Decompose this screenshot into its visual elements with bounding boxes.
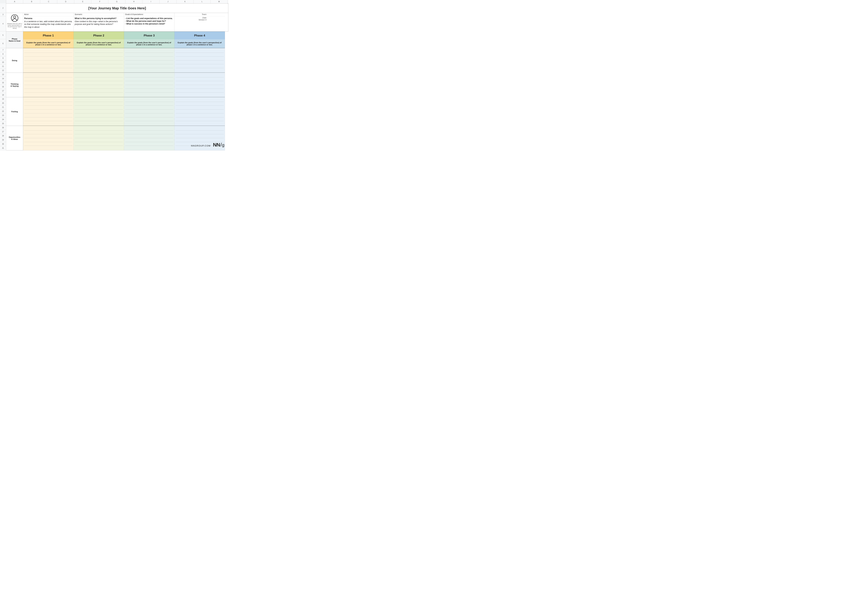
cell[interactable] (175, 85, 224, 89)
cell[interactable] (175, 93, 224, 97)
cell[interactable] (24, 142, 73, 146)
cell[interactable] (24, 117, 73, 121)
row-header[interactable]: 28 (0, 134, 6, 138)
row-header[interactable]: 22 (0, 109, 6, 113)
col-header[interactable]: B (23, 0, 40, 3)
row-header[interactable]: 15 (0, 81, 6, 85)
row-header[interactable]: 16 (0, 85, 6, 89)
cell[interactable] (24, 68, 73, 72)
cell[interactable] (125, 110, 173, 113)
cell[interactable] (175, 53, 224, 57)
row-header[interactable]: 6 (0, 39, 6, 48)
cell[interactable] (175, 102, 224, 106)
cell[interactable] (75, 110, 123, 113)
cell[interactable] (75, 142, 123, 146)
cell[interactable] (125, 117, 173, 121)
cell[interactable] (75, 134, 123, 138)
row-header[interactable]: 4 (0, 17, 6, 31)
cell[interactable] (125, 93, 173, 97)
cell[interactable] (75, 57, 123, 60)
cell[interactable] (75, 98, 123, 102)
cell[interactable] (24, 106, 73, 110)
cell[interactable] (75, 138, 123, 142)
cell[interactable] (24, 93, 73, 97)
cell[interactable] (175, 81, 224, 85)
cell[interactable] (75, 102, 123, 106)
cell[interactable] (175, 110, 224, 113)
cell[interactable] (125, 68, 173, 72)
cell[interactable] (75, 93, 123, 97)
phase-2-goal[interactable]: Explain the goals (from the user's persp… (74, 39, 124, 48)
row-header[interactable]: 12 (0, 68, 6, 72)
row-header[interactable]: 31 (0, 146, 6, 150)
col-header[interactable]: E (74, 0, 91, 3)
meta-cell[interactable]: Date: Version #: (174, 17, 208, 31)
cell[interactable] (175, 77, 224, 81)
col-header[interactable]: I (142, 0, 160, 3)
cell[interactable] (175, 49, 224, 53)
col-header[interactable]: A (6, 0, 23, 3)
cell[interactable] (175, 117, 224, 121)
cell[interactable] (175, 138, 224, 142)
cell[interactable] (24, 89, 73, 93)
cell[interactable] (125, 106, 173, 110)
row-header[interactable]: 27 (0, 130, 6, 134)
cell[interactable] (175, 121, 224, 125)
cell[interactable] (125, 127, 173, 130)
row-header[interactable]: 23 (0, 113, 6, 118)
cell[interactable] (24, 134, 73, 138)
row-header[interactable]: 20 (0, 101, 6, 105)
cell[interactable] (75, 49, 123, 53)
col-header[interactable]: K (177, 0, 193, 3)
cell[interactable] (175, 64, 224, 68)
cell[interactable] (175, 57, 224, 60)
cell[interactable] (75, 53, 123, 57)
cell[interactable] (24, 110, 73, 113)
cell[interactable] (75, 89, 123, 93)
row-header[interactable]: 26 (0, 126, 6, 130)
cell[interactable] (125, 85, 173, 89)
row-header[interactable]: 17 (0, 89, 6, 93)
cell[interactable] (24, 57, 73, 60)
cell[interactable] (75, 130, 123, 134)
row-header[interactable]: 24 (0, 118, 6, 122)
cell[interactable] (175, 98, 224, 102)
cell[interactable] (24, 60, 73, 64)
cell[interactable] (24, 64, 73, 68)
cell[interactable] (125, 113, 173, 117)
cell[interactable] (24, 81, 73, 85)
cell[interactable] (75, 121, 123, 125)
cell[interactable] (125, 102, 173, 106)
select-all-corner[interactable] (0, 0, 6, 3)
row-header[interactable]: 29 (0, 138, 6, 142)
cell[interactable] (24, 130, 73, 134)
cell[interactable] (125, 138, 173, 142)
cell[interactable] (24, 138, 73, 142)
row-header[interactable]: 2 (0, 3, 6, 13)
row-header[interactable]: 19 (0, 97, 6, 101)
cell[interactable] (125, 81, 173, 85)
cell[interactable] (125, 89, 173, 93)
cell[interactable] (125, 142, 173, 146)
cell[interactable] (125, 57, 173, 60)
goals-cell[interactable]: List the goals and expectations of this … (124, 17, 174, 31)
cell[interactable] (75, 60, 123, 64)
row-header[interactable]: 11 (0, 64, 6, 68)
scenario-cell[interactable]: What is this persona trying to accomplis… (74, 17, 124, 31)
row-header[interactable]: 9 (0, 56, 6, 60)
cell[interactable] (125, 53, 173, 57)
cell[interactable] (125, 130, 173, 134)
cell[interactable] (75, 77, 123, 81)
cell[interactable] (75, 117, 123, 121)
row-header[interactable]: 8 (0, 52, 6, 56)
persona-icon-cell[interactable]: [Replace this icon with a visual represe… (6, 13, 23, 31)
cell[interactable] (175, 130, 224, 134)
row-header[interactable]: 10 (0, 60, 6, 64)
col-header[interactable]: H (125, 0, 142, 3)
row-header[interactable]: 30 (0, 142, 6, 146)
cell[interactable] (24, 85, 73, 89)
col-header[interactable]: G (108, 0, 125, 3)
cell[interactable] (125, 77, 173, 81)
cell[interactable] (125, 49, 173, 53)
cell[interactable] (75, 127, 123, 130)
